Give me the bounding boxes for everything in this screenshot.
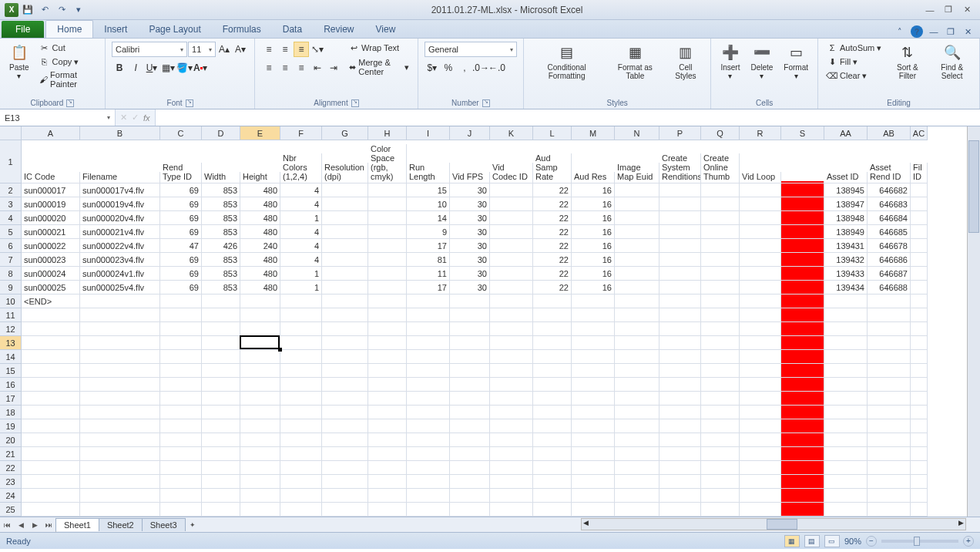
cell[interactable] xyxy=(824,406,868,419)
cell[interactable] xyxy=(701,364,740,378)
cut-button[interactable]: ✂Cut xyxy=(37,42,99,54)
cell[interactable] xyxy=(322,447,368,461)
cell[interactable]: 646684 xyxy=(868,211,911,225)
cell[interactable] xyxy=(868,489,911,503)
cell[interactable] xyxy=(80,503,160,517)
cell[interactable] xyxy=(202,322,240,336)
cell[interactable] xyxy=(533,433,572,447)
row-header[interactable]: 23 xyxy=(0,475,22,489)
cell[interactable]: 16 xyxy=(572,267,615,281)
cell[interactable] xyxy=(572,406,615,419)
fx-icon[interactable]: fx xyxy=(143,113,150,123)
cell[interactable]: sun000024 xyxy=(22,267,80,281)
column-header[interactable]: S xyxy=(781,126,824,140)
cell[interactable] xyxy=(80,461,160,475)
cell[interactable]: 4 xyxy=(280,253,322,267)
cell[interactable] xyxy=(659,461,701,475)
cell[interactable] xyxy=(368,322,407,336)
page-layout-view-button[interactable]: ▤ xyxy=(804,535,820,547)
cell[interactable] xyxy=(701,489,740,503)
cell[interactable] xyxy=(322,406,368,419)
cell[interactable] xyxy=(368,295,407,308)
cell[interactable] xyxy=(615,447,659,461)
cell[interactable] xyxy=(911,267,928,281)
cell[interactable] xyxy=(322,281,368,295)
cell[interactable] xyxy=(80,336,160,350)
cell[interactable]: 138948 xyxy=(824,211,868,225)
cell[interactable]: 16 xyxy=(572,225,615,239)
cell[interactable] xyxy=(740,308,781,322)
cell[interactable] xyxy=(407,503,450,517)
tab-view[interactable]: View xyxy=(365,21,407,38)
column-header[interactable]: L xyxy=(533,126,572,140)
underline-button[interactable]: U▾ xyxy=(144,60,159,76)
cell[interactable] xyxy=(615,336,659,350)
column-header[interactable]: P xyxy=(659,126,701,140)
row-header[interactable]: 22 xyxy=(0,461,22,475)
cell[interactable]: 480 xyxy=(240,225,280,239)
cell[interactable] xyxy=(659,392,701,406)
cell[interactable] xyxy=(368,211,407,225)
cell[interactable]: sun000020 xyxy=(22,211,80,225)
cell[interactable] xyxy=(280,489,322,503)
cell[interactable] xyxy=(490,461,533,475)
dec-decimal-button[interactable]: ←.0 xyxy=(489,60,505,76)
cell[interactable] xyxy=(533,447,572,461)
cell[interactable]: 10 xyxy=(407,197,450,211)
spreadsheet-grid[interactable]: ABCDEFGHIJKLMNPQRSAAABAC 123456789101112… xyxy=(0,126,980,517)
cell[interactable] xyxy=(160,364,202,378)
cell[interactable] xyxy=(240,461,280,475)
cell[interactable] xyxy=(740,350,781,364)
zoom-slider[interactable] xyxy=(881,540,958,543)
cell[interactable] xyxy=(322,364,368,378)
cell[interactable]: 16 xyxy=(572,197,615,211)
cell[interactable] xyxy=(911,475,928,489)
cell[interactable] xyxy=(781,322,824,336)
cell[interactable]: Width xyxy=(202,172,240,183)
cell[interactable] xyxy=(240,308,280,322)
cell[interactable] xyxy=(911,322,928,336)
cell[interactable] xyxy=(407,364,450,378)
align-top-button[interactable]: ≡ xyxy=(261,42,277,57)
cell[interactable] xyxy=(911,503,928,517)
cell[interactable] xyxy=(824,503,868,517)
cell[interactable] xyxy=(911,197,928,211)
cell[interactable]: 853 xyxy=(202,183,240,197)
cell[interactable] xyxy=(659,350,701,364)
cell[interactable] xyxy=(701,503,740,517)
cell[interactable] xyxy=(407,308,450,322)
cell[interactable] xyxy=(824,336,868,350)
cell[interactable]: 30 xyxy=(450,253,490,267)
row-header[interactable]: 14 xyxy=(0,350,22,364)
shrink-font-button[interactable]: A▾ xyxy=(233,42,248,57)
cell[interactable] xyxy=(240,419,280,433)
cell[interactable]: 22 xyxy=(533,281,572,295)
cell[interactable] xyxy=(781,447,824,461)
cell[interactable] xyxy=(740,239,781,253)
cell[interactable] xyxy=(80,378,160,392)
cell[interactable] xyxy=(160,392,202,406)
cell[interactable] xyxy=(450,419,490,433)
cell[interactable]: 139431 xyxy=(824,239,868,253)
cell[interactable]: sun000017 xyxy=(22,183,80,197)
cell[interactable] xyxy=(615,433,659,447)
column-header[interactable]: A xyxy=(22,126,80,140)
cell[interactable] xyxy=(659,239,701,253)
column-header[interactable]: AC xyxy=(911,126,928,140)
cell[interactable] xyxy=(659,197,701,211)
cell[interactable] xyxy=(322,211,368,225)
cell[interactable] xyxy=(659,308,701,322)
number-format-combo[interactable]: General▾ xyxy=(425,42,517,57)
cell[interactable] xyxy=(824,489,868,503)
cell[interactable] xyxy=(22,433,80,447)
format-as-table-button[interactable]: ▦Format as Table xyxy=(608,42,662,82)
cell[interactable] xyxy=(450,475,490,489)
cell[interactable] xyxy=(659,406,701,419)
cell[interactable] xyxy=(740,211,781,225)
fill-button[interactable]: ⬇Fill ▾ xyxy=(824,56,884,68)
cell[interactable] xyxy=(202,447,240,461)
cell[interactable]: 17 xyxy=(407,239,450,253)
cell[interactable] xyxy=(450,350,490,364)
cell[interactable] xyxy=(824,350,868,364)
cell[interactable]: 69 xyxy=(160,253,202,267)
